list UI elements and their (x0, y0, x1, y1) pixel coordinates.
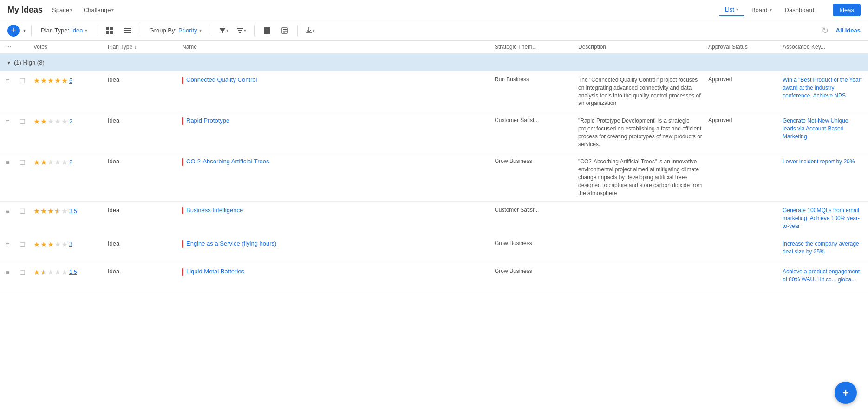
row-associated-key[interactable]: Generate 100MQLs from email marketing. A… (783, 207, 862, 230)
svg-rect-3 (110, 31, 113, 34)
export-button[interactable]: ▾ (303, 24, 317, 38)
ideas-button[interactable]: Ideas (833, 4, 861, 16)
row-comment-cell: ☐ (18, 207, 32, 215)
row-menu-icon[interactable]: ≡ (6, 158, 9, 166)
plan-type-chevron-icon: ▾ (85, 28, 87, 33)
row-associated-key[interactable]: Generate Net-New Unique leads via Accoun… (783, 117, 862, 140)
row-stars[interactable]: ★★★★★ 2 (33, 117, 72, 126)
nav-space[interactable]: Space ▾ (48, 5, 76, 15)
row-menu-icon[interactable]: ≡ (6, 240, 9, 248)
space-chevron-icon: ▾ (70, 7, 72, 13)
plan-type-col-label: Plan Type (108, 44, 132, 50)
tab-list[interactable]: List ▾ (719, 4, 744, 16)
row-plan-type-cell: Idea (106, 117, 180, 124)
toolbar: + ▾ Plan Type: Idea ▾ Group By: Priority… (0, 20, 868, 41)
notes-button[interactable] (278, 24, 292, 38)
row-strategic-theme: Grow Business (495, 268, 532, 274)
row-strategic-theme: Customer Satisf... (495, 207, 539, 213)
row-stars[interactable]: ★★★★★ 2 (33, 158, 72, 167)
group-by-selector[interactable]: Group By: Priority ▾ (146, 25, 205, 36)
row-associated-key-cell: Achieve a product engagement of 80% WAU.… (781, 268, 864, 284)
row-plan-type: Idea (108, 76, 119, 83)
row-idea-name[interactable]: Liquid Metal Batteries (182, 268, 244, 276)
row-stars[interactable]: ★★★★★ 3 (33, 240, 72, 249)
nav-challenge[interactable]: Challenge ▾ (80, 5, 118, 15)
idea-name-text: Business Intelligence (186, 207, 243, 214)
col-header-associated-key[interactable]: Associated Key... (781, 44, 864, 50)
row-comment-icon[interactable]: ☐ (20, 76, 26, 84)
row-comment-cell: ☐ (18, 268, 32, 276)
all-ideas-label[interactable]: All Ideas (836, 27, 861, 34)
row-stars[interactable]: ★★★★★★ 3.5 (33, 207, 77, 215)
columns-button[interactable] (260, 24, 274, 38)
row-menu-cell: ≡ (4, 158, 18, 166)
col-header-plan-type[interactable]: Plan Type ↓ (106, 44, 180, 50)
row-menu-cell: ≡ (4, 117, 18, 125)
refresh-button[interactable]: ↻ (822, 26, 829, 36)
grid-view-button[interactable] (103, 24, 117, 38)
vote-count[interactable]: 2 (69, 159, 72, 166)
row-plan-type-cell: Idea (106, 207, 180, 214)
col-header-name[interactable]: Name (180, 44, 493, 50)
row-associated-key-cell: Generate 100MQLs from email marketing. A… (781, 207, 864, 230)
idea-indicator (182, 158, 183, 166)
tab-dashboard[interactable]: Dashboard (779, 4, 820, 16)
row-stars[interactable]: ★★★★★★ 1.5 (33, 268, 77, 277)
vote-count[interactable]: 1.5 (69, 269, 77, 275)
row-comment-icon[interactable]: ☐ (20, 240, 26, 248)
group-by-chevron-icon: ▾ (199, 28, 202, 33)
row-comment-icon[interactable]: ☐ (20, 207, 26, 215)
svg-rect-16 (283, 32, 285, 33)
row-menu-icon[interactable]: ≡ (6, 76, 9, 84)
svg-rect-1 (110, 27, 113, 30)
plan-type-selector[interactable]: Plan Type: Idea ▾ (37, 25, 91, 36)
row-strategic-theme-cell: Grow Business (493, 268, 576, 274)
row-votes-cell: ★★★★★★ 3.5 (32, 207, 106, 215)
row-strategic-theme: Grow Business (495, 158, 532, 164)
row-associated-key-cell: Generate Net-New Unique leads via Accoun… (781, 117, 864, 140)
row-menu-icon[interactable]: ≡ (6, 207, 9, 215)
row-associated-key[interactable]: Increase the company average deal size b… (783, 240, 862, 256)
add-chevron-icon[interactable]: ▾ (23, 28, 26, 33)
svg-rect-8 (238, 30, 242, 31)
row-idea-name[interactable]: Rapid Prototype (182, 117, 229, 125)
row-idea-name[interactable]: Connected Quality Control (182, 76, 257, 84)
col-header-description[interactable]: Description (576, 44, 706, 50)
tab-board[interactable]: Board ▾ (746, 4, 777, 16)
row-comment-icon[interactable]: ☐ (20, 268, 26, 276)
vote-count[interactable]: 2 (69, 118, 72, 125)
row-associated-key[interactable]: Achieve a product engagement of 80% WAU.… (783, 268, 862, 284)
row-strategic-theme-cell: Customer Satisf... (493, 207, 576, 213)
row-comment-cell: ☐ (18, 76, 32, 84)
col-header-votes[interactable]: Votes (32, 44, 106, 50)
row-menu-icon[interactable]: ≡ (6, 117, 9, 125)
group-header-high[interactable]: ▾ (1) High (8) (0, 53, 868, 71)
row-name-cell: Rapid Prototype (180, 117, 493, 125)
toolbar-divider-4 (211, 25, 211, 36)
row-menu-cell: ≡ (4, 76, 18, 84)
row-menu-icon[interactable]: ≡ (6, 268, 9, 276)
row-comment-icon[interactable]: ☐ (20, 158, 26, 166)
row-description-cell: "CO2-Absorbing Artificial Trees" is an i… (576, 158, 706, 197)
sort-button[interactable]: ▾ (235, 24, 248, 38)
svg-rect-11 (266, 27, 268, 34)
vote-count[interactable]: 5 (69, 78, 72, 84)
list-view-button[interactable] (120, 24, 134, 38)
row-comment-icon[interactable]: ☐ (20, 117, 26, 125)
vote-count[interactable]: 3 (69, 241, 72, 247)
row-idea-name[interactable]: CO-2-Absorbing Artificial Trees (182, 158, 269, 166)
row-idea-name[interactable]: Engine as a Service (flying hours) (182, 240, 276, 248)
votes-col-label: Votes (33, 44, 47, 50)
col-header-approval-status[interactable]: Approval Status (706, 44, 781, 50)
row-idea-name[interactable]: Business Intelligence (182, 207, 243, 214)
idea-indicator (182, 268, 183, 276)
row-associated-key[interactable]: Lower incident report by 20% (783, 158, 855, 166)
vote-count[interactable]: 3.5 (69, 208, 77, 214)
add-button[interactable]: + (7, 25, 20, 37)
filter-button[interactable]: ▾ (217, 24, 231, 38)
row-stars[interactable]: ★★★★★ 5 (33, 76, 72, 85)
svg-rect-7 (237, 28, 243, 29)
col-header-strategic-theme[interactable]: Strategic Them... (493, 44, 576, 50)
row-name-cell: CO-2-Absorbing Artificial Trees (180, 158, 493, 166)
row-associated-key[interactable]: Win a "Best Product of the Year" award a… (783, 76, 862, 99)
